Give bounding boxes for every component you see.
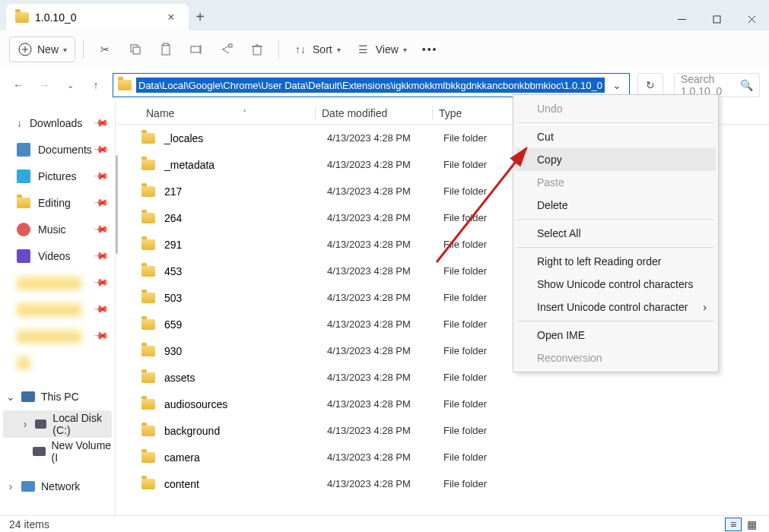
network-icon [21, 481, 35, 492]
folder-icon [141, 399, 155, 410]
new-button[interactable]: New ▾ [9, 36, 75, 62]
svg-rect-1 [713, 16, 720, 23]
sidebar-this-pc[interactable]: ⌄This PC [0, 383, 115, 410]
file-type: File folder [437, 478, 536, 489]
up-button[interactable]: ↑ [87, 76, 105, 94]
recent-button[interactable]: ⌄ [61, 76, 79, 94]
pin-icon: 📌 [93, 328, 110, 344]
pin-icon: 📌 [93, 274, 110, 291]
file-name: _locales [164, 132, 203, 144]
file-row[interactable]: content4/13/2023 4:28 PMFile folder [122, 470, 769, 497]
folder-icon [141, 346, 155, 356]
context-undo: Undo [516, 97, 716, 120]
context-copy[interactable]: Copy [516, 148, 716, 171]
file-date: 4/13/2023 4:28 PM [321, 398, 437, 410]
disk-icon [35, 420, 46, 429]
status-bar: 24 items ≡ ▦ [0, 515, 769, 532]
picture-icon [17, 169, 30, 183]
chevron-down-icon: ▾ [63, 46, 67, 54]
sidebar-item-blurred[interactable]: 📌 [0, 322, 115, 349]
menu-separator [517, 321, 714, 321]
file-date: 4/13/2023 4:28 PM [321, 425, 437, 436]
folder-icon [141, 452, 155, 463]
document-icon [17, 143, 30, 157]
sort-button[interactable]: ↑↓ Sort ▾ [287, 36, 347, 62]
rename-icon [189, 42, 204, 57]
sidebar-item-blurred[interactable]: 📌 [0, 269, 115, 296]
menu-separator [517, 219, 714, 220]
thumbnails-view-toggle[interactable]: ▦ [743, 518, 760, 531]
file-date: 4/13/2023 4:28 PM [321, 345, 437, 356]
sidebar-item-blurred[interactable]: 📌 [0, 296, 115, 322]
column-date[interactable]: Date modified [316, 107, 432, 119]
file-name: 291 [164, 239, 182, 251]
sidebar-item-blurred[interactable] [0, 349, 115, 375]
sidebar-network[interactable]: ›Network [0, 473, 115, 500]
file-name: background [164, 425, 220, 437]
file-date: 4/13/2023 4:28 PM [321, 451, 437, 463]
sidebar-item-downloads[interactable]: ↓Downloads📌 [0, 109, 115, 136]
trash-icon [249, 42, 265, 57]
file-row[interactable]: audiosources4/13/2023 4:28 PMFile folder [122, 391, 769, 417]
pin-icon: 📌 [93, 168, 110, 185]
file-row[interactable]: background4/13/2023 4:28 PMFile folder [122, 417, 769, 444]
delete-button[interactable] [243, 36, 271, 62]
context-select-all[interactable]: Select All [516, 222, 716, 245]
context-cut[interactable]: Cut [516, 125, 716, 148]
folder-icon [141, 266, 155, 277]
folder-icon [15, 12, 29, 23]
pc-icon [21, 391, 35, 402]
close-button[interactable] [734, 8, 769, 30]
window-tab[interactable]: 1.0.10_0 × [6, 4, 189, 30]
chevron-down-icon: ▾ [403, 46, 407, 54]
copy-button[interactable] [122, 36, 149, 62]
file-name: assets [164, 372, 195, 384]
file-name: 503 [164, 292, 182, 304]
rename-button[interactable] [183, 36, 210, 62]
share-button[interactable] [213, 36, 240, 62]
address-path[interactable]: Data\Local\Google\Chrome\User Data\Defau… [136, 78, 605, 93]
file-date: 4/13/2023 4:28 PM [321, 292, 437, 303]
folder-icon [141, 213, 155, 223]
new-tab-button[interactable]: + [189, 4, 211, 30]
scrollbar-thumb[interactable] [116, 155, 118, 254]
sidebar-item-music[interactable]: Music📌 [0, 216, 115, 242]
back-button[interactable]: ← [9, 76, 27, 94]
context-right-to-left-reading-order[interactable]: Right to left Reading order [516, 250, 716, 273]
context-menu: UndoCutCopyPasteDeleteSelect AllRight to… [513, 94, 719, 372]
file-date: 4/13/2023 4:28 PM [321, 265, 437, 277]
pin-icon: 📌 [93, 115, 110, 131]
file-name: 217 [164, 185, 182, 198]
context-paste: Paste [516, 171, 716, 194]
file-name: 659 [164, 318, 182, 331]
maximize-button[interactable] [699, 8, 734, 30]
minimize-button[interactable] [664, 8, 699, 30]
more-button[interactable]: ••• [416, 36, 444, 62]
file-name: camera [164, 451, 200, 464]
column-name[interactable]: Name [146, 107, 174, 119]
sidebar-item-documents[interactable]: Documents📌 [0, 136, 115, 163]
forward-button[interactable]: → [35, 76, 53, 94]
file-row[interactable]: camera4/13/2023 4:28 PMFile folder [122, 444, 769, 470]
close-tab-button[interactable]: × [163, 9, 180, 26]
menu-separator [517, 122, 714, 123]
context-insert-unicode-control-character[interactable]: Insert Unicode control character› [516, 296, 716, 318]
sidebar-item-editing[interactable]: Editing📌 [0, 189, 115, 216]
context-show-unicode-control-characters[interactable]: Show Unicode control characters [516, 273, 716, 296]
cut-button[interactable]: ✂ [91, 36, 119, 62]
search-icon: 🔍 [740, 79, 753, 91]
view-button[interactable]: ☰ View ▾ [350, 36, 413, 62]
sidebar-item-pictures[interactable]: Pictures📌 [0, 163, 115, 189]
context-open-ime[interactable]: Open IME [516, 324, 716, 347]
details-view-toggle[interactable]: ≡ [725, 518, 742, 531]
context-delete[interactable]: Delete [516, 194, 716, 217]
chevron-down-icon[interactable]: ⌄ [609, 79, 624, 91]
sidebar-drive-c[interactable]: ›Local Disk (C:) [3, 410, 112, 438]
sidebar-item-videos[interactable]: Videos📌 [0, 242, 115, 269]
svg-rect-8 [133, 47, 140, 54]
paste-button[interactable] [152, 36, 180, 62]
file-date: 4/13/2023 4:28 PM [321, 185, 437, 197]
sidebar-drive-i[interactable]: New Volume (I [0, 438, 115, 465]
pin-icon: 📌 [93, 248, 110, 264]
folder-icon [141, 319, 155, 330]
